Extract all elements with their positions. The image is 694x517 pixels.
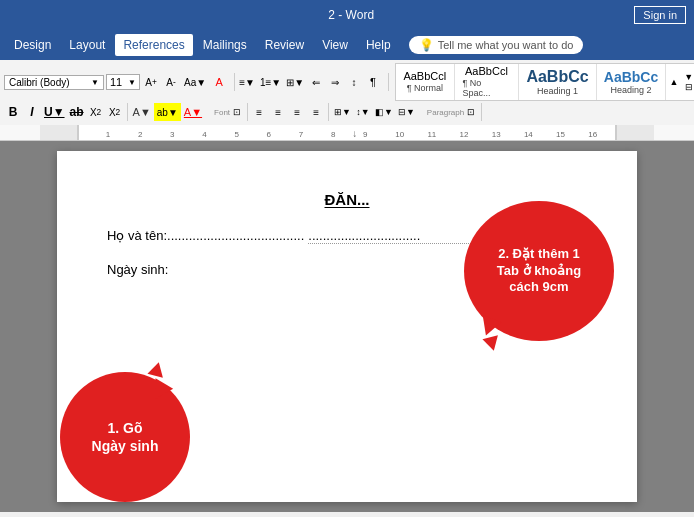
h1-label: Heading 1 xyxy=(537,86,578,96)
font-size-value: 11 xyxy=(110,76,122,88)
menu-help[interactable]: Help xyxy=(358,34,399,56)
ruler-4: 4 xyxy=(202,130,206,139)
ruler-14: 14 xyxy=(524,130,533,139)
change-case-button[interactable]: Aa▼ xyxy=(182,73,208,91)
font-controls-row1: Calibri (Body) ▼ 11 ▼ A+ A- Aa▼ A xyxy=(4,73,235,91)
menu-mailings[interactable]: Mailings xyxy=(195,34,255,56)
styles-scroll-down[interactable]: ▼⊟ xyxy=(681,64,694,100)
style-heading2[interactable]: AaBbCc Heading 2 xyxy=(597,64,667,100)
tell-me-text: Tell me what you want to do xyxy=(438,39,574,51)
font-color-button[interactable]: A▼ xyxy=(182,103,204,121)
decrease-indent-button[interactable]: ⇐ xyxy=(307,73,325,91)
bold-button[interactable]: B xyxy=(4,103,22,121)
ribbon-row2: B I U▼ ab X2 X2 A▼ ab▼ A▼ Font ⊡ ≡ ≡ ≡ ≡… xyxy=(0,101,694,125)
clear-formatting-button[interactable]: A xyxy=(210,73,228,91)
sign-in-button[interactable]: Sign in xyxy=(634,6,686,24)
line-spacing-button[interactable]: ↕▼ xyxy=(354,103,372,121)
style-heading1[interactable]: AaBbCc Heading 1 xyxy=(519,64,596,100)
text-effects-button[interactable]: A▼ xyxy=(131,103,153,121)
style-no-space[interactable]: AaBbCcl ¶ No Spac... xyxy=(455,64,520,100)
decrease-font-button[interactable]: A- xyxy=(162,73,180,91)
align-left-button[interactable]: ≡ xyxy=(250,103,268,121)
ruler-right-margin xyxy=(616,125,654,140)
paragraph-controls-row1: ≡▼ 1≡▼ ⊞▼ ⇐ ⇒ ↕ ¶ xyxy=(237,73,389,91)
text-highlight-button[interactable]: ab▼ xyxy=(154,103,181,121)
ruler-inner[interactable]: 1 2 3 4 5 6 7 8 9 10 11 12 13 14 15 16 ↓ xyxy=(78,125,616,140)
styles-scroll-up[interactable]: ▲ xyxy=(666,64,681,100)
ruler-9: 9 xyxy=(363,130,367,139)
bubble1-text: 1. Gõ Ngày sinh xyxy=(92,419,159,455)
font-size-dropdown[interactable]: 11 ▼ xyxy=(106,74,140,90)
menu-references[interactable]: References xyxy=(115,34,192,56)
styles-section: AaBbCcl ¶ Normal AaBbCcl ¶ No Spac... Aa… xyxy=(395,63,694,101)
app-title: 2 - Word xyxy=(68,8,634,22)
font-name-dropdown[interactable]: Calibri (Body) ▼ xyxy=(4,75,104,90)
numbering-button[interactable]: 1≡▼ xyxy=(258,73,283,91)
bullets-button[interactable]: ≡▼ xyxy=(237,73,257,91)
ribbon-row1: Calibri (Body) ▼ 11 ▼ A+ A- Aa▼ A ≡▼ 1≡▼… xyxy=(0,60,694,101)
show-hide-button[interactable]: ¶ xyxy=(364,73,382,91)
lightbulb-icon: 💡 xyxy=(419,38,434,52)
ruler-5: 5 xyxy=(234,130,238,139)
style-normal[interactable]: AaBbCcl ¶ Normal xyxy=(396,64,454,100)
sort-button[interactable]: ↕ xyxy=(345,73,363,91)
font-name-value: Calibri (Body) xyxy=(9,77,70,88)
bubble2-text: 2. Đặt thêm 1 Tab ở khoảng cách 9cm xyxy=(497,246,581,297)
paragraph-controls-row2: ≡ ≡ ≡ ≡ ⊞▼ ↕▼ ◧▼ ⊟▼ Paragraph ⊡ xyxy=(250,103,482,121)
ruler-3: 3 xyxy=(170,130,174,139)
paragraph-dialog-launcher[interactable]: ⊡ xyxy=(467,107,475,117)
para-divider xyxy=(328,103,329,121)
increase-indent-button[interactable]: ⇒ xyxy=(326,73,344,91)
underline-button[interactable]: U▼ xyxy=(42,103,67,121)
align-justify-button[interactable]: ≡ xyxy=(307,103,325,121)
menu-bar: Design Layout References Mailings Review… xyxy=(0,30,694,60)
ruler-10: 10 xyxy=(395,130,404,139)
ruler: 1 2 3 4 5 6 7 8 9 10 11 12 13 14 15 16 ↓ xyxy=(0,125,694,141)
h2-label: Heading 2 xyxy=(610,85,651,95)
ruler-2: 2 xyxy=(138,130,142,139)
ribbon: Calibri (Body) ▼ 11 ▼ A+ A- Aa▼ A ≡▼ 1≡▼… xyxy=(0,60,694,125)
menu-layout[interactable]: Layout xyxy=(61,34,113,56)
birthday-label: Ngày sinh: xyxy=(107,262,168,277)
nospace-label: ¶ No Spac... xyxy=(463,78,511,98)
align-center-button[interactable]: ≡ xyxy=(269,103,287,121)
annotation-bubble-2: 2. Đặt thêm 1 Tab ở khoảng cách 9cm xyxy=(464,201,614,341)
h2-preview: AaBbCc xyxy=(604,70,658,84)
multilevel-list-button[interactable]: ⊞▼ xyxy=(284,73,306,91)
menu-design[interactable]: Design xyxy=(6,34,59,56)
tell-me-bar[interactable]: 💡 Tell me what you want to do xyxy=(409,36,584,54)
nospace-preview: AaBbCcl xyxy=(465,66,508,77)
ruler-cursor: ↓ xyxy=(352,128,357,139)
ruler-1: 1 xyxy=(106,130,110,139)
font-dropdown-arrow: ▼ xyxy=(91,78,99,87)
subscript-button[interactable]: X2 xyxy=(87,103,105,121)
ruler-8: 8 xyxy=(331,130,335,139)
ruler-12: 12 xyxy=(460,130,469,139)
normal-label: ¶ Normal xyxy=(407,83,443,93)
annotation-bubble-1: 1. Gõ Ngày sinh xyxy=(60,372,190,502)
column-button[interactable]: ⊞▼ xyxy=(332,103,353,121)
document-area: ĐĂN... Họ và tên:.......................… xyxy=(0,141,694,512)
ruler-7: 7 xyxy=(299,130,303,139)
font-section-label: Font xyxy=(214,108,230,117)
menu-review[interactable]: Review xyxy=(257,34,312,56)
ruler-left-margin xyxy=(40,125,78,140)
border-button[interactable]: ⊟▼ xyxy=(396,103,417,121)
h1-preview: AaBbCc xyxy=(526,69,588,85)
ruler-6: 6 xyxy=(267,130,271,139)
superscript-button[interactable]: X2 xyxy=(106,103,124,121)
title-bar: 2 - Word Sign in xyxy=(0,0,694,30)
ruler-15: 15 xyxy=(556,130,565,139)
font-dialog-launcher[interactable]: ⊡ xyxy=(233,107,241,117)
font-size-arrow: ▼ xyxy=(128,78,136,87)
font-controls-row2: B I U▼ ab X2 X2 A▼ ab▼ A▼ Font ⊡ xyxy=(4,103,248,121)
ruler-11: 11 xyxy=(427,130,436,139)
menu-view[interactable]: View xyxy=(314,34,356,56)
align-right-button[interactable]: ≡ xyxy=(288,103,306,121)
italic-button[interactable]: I xyxy=(23,103,41,121)
normal-preview: AaBbCcl xyxy=(403,71,446,82)
increase-font-button[interactable]: A+ xyxy=(142,73,160,91)
strikethrough-button[interactable]: ab xyxy=(68,103,86,121)
ruler-16: 16 xyxy=(588,130,597,139)
shading-button[interactable]: ◧▼ xyxy=(373,103,395,121)
